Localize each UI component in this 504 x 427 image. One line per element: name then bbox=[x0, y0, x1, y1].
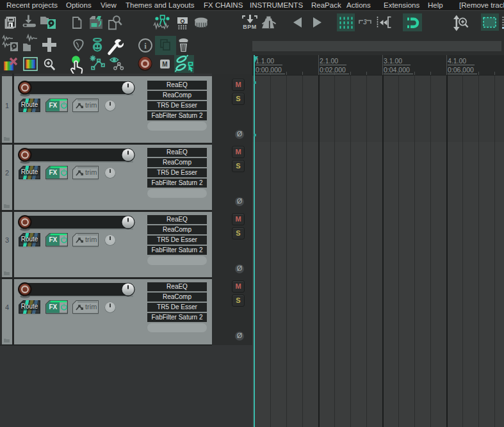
svg-text:BPM: BPM bbox=[243, 24, 257, 30]
svg-text:Q: Q bbox=[180, 18, 184, 24]
svg-text:M: M bbox=[162, 61, 167, 68]
svg-text:i: i bbox=[144, 41, 147, 51]
svg-text:3: 3 bbox=[363, 19, 367, 26]
